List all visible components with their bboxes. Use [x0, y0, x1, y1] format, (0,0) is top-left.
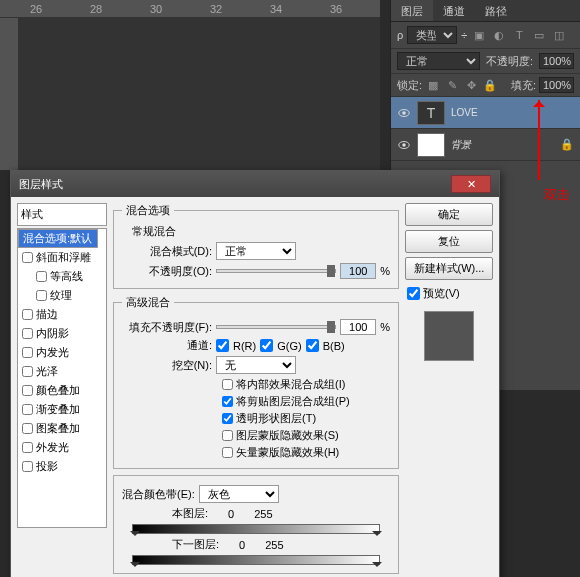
blend-mode-select[interactable]: 正常: [397, 52, 480, 70]
this-layer-label: 本图层:: [172, 506, 208, 521]
opacity-value[interactable]: 100%: [539, 53, 574, 69]
adv-option-check[interactable]: [222, 447, 233, 458]
cancel-button[interactable]: 复位: [405, 230, 493, 253]
style-checkbox[interactable]: [22, 366, 33, 377]
under-layer-label: 下一图层:: [172, 537, 219, 552]
tab-channels[interactable]: 通道: [433, 0, 475, 21]
dialog-title: 图层样式: [19, 177, 63, 192]
channel-b-check[interactable]: [306, 339, 319, 352]
annotation-arrow: [538, 100, 540, 180]
opacity-input[interactable]: 100: [340, 263, 376, 279]
style-checkbox[interactable]: [22, 309, 33, 320]
close-button[interactable]: ✕: [451, 175, 491, 193]
annotation-text: 双击: [544, 186, 570, 204]
style-checkbox[interactable]: [22, 423, 33, 434]
style-checkbox[interactable]: [22, 442, 33, 453]
tab-paths[interactable]: 路径: [475, 0, 517, 21]
lock-label: 锁定:: [397, 78, 422, 93]
style-checkbox[interactable]: [22, 252, 33, 263]
style-checkbox[interactable]: [22, 404, 33, 415]
layer-row[interactable]: T LOVE: [391, 97, 580, 129]
ruler-horizontal: 26 28 30 32 34 36: [0, 0, 380, 18]
lock-brush-icon[interactable]: ✎: [444, 77, 460, 93]
visibility-icon[interactable]: [397, 106, 411, 120]
filter-shape-icon[interactable]: ▭: [531, 27, 547, 43]
style-checkbox[interactable]: [36, 271, 47, 282]
style-item[interactable]: 描边: [18, 305, 106, 324]
adv-option-check[interactable]: [222, 379, 233, 390]
style-item[interactable]: 投影: [18, 457, 106, 476]
adv-option-check[interactable]: [222, 413, 233, 424]
filter-text-icon[interactable]: T: [511, 27, 527, 43]
style-item[interactable]: 斜面和浮雕: [18, 248, 106, 267]
lock-all-icon[interactable]: 🔒: [482, 77, 498, 93]
fill-opacity-slider[interactable]: [216, 325, 336, 329]
preview-check[interactable]: [407, 287, 420, 300]
fill-value[interactable]: 100%: [539, 77, 574, 93]
layer-thumb-text: T: [417, 101, 445, 125]
advanced-blend-legend: 高级混合: [122, 295, 174, 310]
preview-swatch: [424, 311, 474, 361]
channel-label: 通道:: [122, 338, 212, 353]
under-layer-gradient[interactable]: [132, 555, 380, 565]
style-item[interactable]: 外发光: [18, 438, 106, 457]
canvas-area[interactable]: [18, 18, 380, 170]
opacity-label: 不透明度(O):: [122, 264, 212, 279]
filter-type-select[interactable]: 类型: [407, 26, 457, 44]
blend-options-legend: 混合选项: [122, 203, 174, 218]
style-item[interactable]: 混合选项:默认: [18, 229, 98, 248]
adv-option-check[interactable]: [222, 430, 233, 441]
styles-header: 样式: [17, 203, 107, 226]
filter-adjust-icon[interactable]: ◐: [491, 27, 507, 43]
style-item[interactable]: 内发光: [18, 343, 106, 362]
style-item[interactable]: 内阴影: [18, 324, 106, 343]
opacity-slider[interactable]: [216, 269, 336, 273]
knockout-select[interactable]: 无: [216, 356, 296, 374]
blend-mode-label: 混合模式(D):: [122, 244, 212, 259]
filter-smart-icon[interactable]: ◫: [551, 27, 567, 43]
layer-style-dialog: 图层样式 ✕ 样式 混合选项:默认斜面和浮雕等高线纹理描边内阴影内发光光泽颜色叠…: [10, 170, 500, 577]
filter-image-icon[interactable]: ▣: [471, 27, 487, 43]
style-checkbox[interactable]: [36, 290, 47, 301]
general-blend-label: 常规混合: [132, 224, 390, 239]
style-checkbox[interactable]: [22, 461, 33, 472]
fill-label: 填充:: [511, 78, 536, 93]
style-item[interactable]: 颜色叠加: [18, 381, 106, 400]
blend-if-select[interactable]: 灰色: [199, 485, 279, 503]
lock-position-icon[interactable]: ✥: [463, 77, 479, 93]
layer-name[interactable]: LOVE: [451, 107, 478, 118]
style-item[interactable]: 等高线: [18, 267, 106, 286]
channel-g-check[interactable]: [260, 339, 273, 352]
visibility-icon[interactable]: [397, 138, 411, 152]
lock-transparency-icon[interactable]: ▩: [425, 77, 441, 93]
fill-opacity-label: 填充不透明度(F):: [122, 320, 212, 335]
channel-r-check[interactable]: [216, 339, 229, 352]
lock-icon: 🔒: [560, 138, 574, 151]
svg-point-3: [402, 143, 406, 147]
style-item[interactable]: 渐变叠加: [18, 400, 106, 419]
style-checkbox[interactable]: [22, 385, 33, 396]
tab-layers[interactable]: 图层: [391, 0, 433, 21]
blend-if-label: 混合颜色带(E):: [122, 487, 195, 502]
svg-point-1: [402, 111, 406, 115]
layer-name[interactable]: 背景: [451, 138, 471, 152]
new-style-button[interactable]: 新建样式(W)...: [405, 257, 493, 280]
style-item[interactable]: 纹理: [18, 286, 106, 305]
knockout-label: 挖空(N):: [122, 358, 212, 373]
layer-row[interactable]: 背景 🔒: [391, 129, 580, 161]
adv-option-check[interactable]: [222, 396, 233, 407]
layer-thumb-bg: [417, 133, 445, 157]
opacity-label: 不透明度:: [486, 54, 533, 69]
fill-opacity-input[interactable]: 100: [340, 319, 376, 335]
style-checkbox[interactable]: [22, 328, 33, 339]
style-checkbox[interactable]: [22, 347, 33, 358]
this-layer-gradient[interactable]: [132, 524, 380, 534]
style-item[interactable]: 图案叠加: [18, 419, 106, 438]
blend-mode-select[interactable]: 正常: [216, 242, 296, 260]
style-item[interactable]: 光泽: [18, 362, 106, 381]
ok-button[interactable]: 确定: [405, 203, 493, 226]
